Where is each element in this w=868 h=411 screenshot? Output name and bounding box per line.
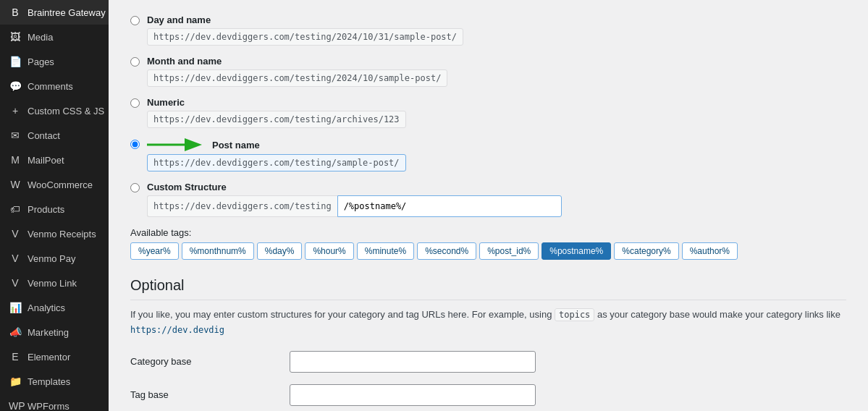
label-wrap-day-and-name: Day and namehttps://dev.devdiggers.com/t… bbox=[147, 14, 463, 46]
sidebar-item-pages[interactable]: 📄Pages bbox=[0, 49, 109, 74]
sidebar-item-analytics[interactable]: 📊Analytics bbox=[0, 295, 109, 320]
permalink-option-day-and-name: Day and namehttps://dev.devdiggers.com/t… bbox=[130, 14, 846, 46]
label-wrap-post-name: Post namehttps://dev.devdiggers.com/test… bbox=[147, 138, 406, 171]
sidebar-item-contact[interactable]: ✉Contact bbox=[0, 123, 109, 148]
tag-btn-year[interactable]: %year% bbox=[130, 242, 179, 260]
tag-btn-author[interactable]: %author% bbox=[682, 242, 738, 260]
optional-title: Optional bbox=[130, 277, 846, 300]
analytics-icon: 📊 bbox=[9, 302, 22, 313]
url-month-and-name: https://dev.devdiggers.com/testing/2024/… bbox=[147, 69, 447, 87]
optional-code-example: topics bbox=[555, 308, 594, 321]
permalink-options: Day and namehttps://dev.devdiggers.com/t… bbox=[130, 14, 846, 217]
sidebar-label-comments: Comments bbox=[28, 81, 73, 92]
sidebar-label-custom-css-js: Custom CSS & JS bbox=[28, 106, 104, 116]
permalink-option-numeric: Numerichttps://dev.devdiggers.com/testin… bbox=[130, 97, 846, 128]
input-tag-base[interactable] bbox=[290, 384, 536, 406]
pages-icon: 📄 bbox=[9, 56, 22, 67]
post-name-arrow-row: Post name bbox=[147, 138, 406, 151]
permalink-option-month-and-name: Month and namehttps://dev.devdiggers.com… bbox=[130, 56, 846, 87]
tag-btn-day[interactable]: %day% bbox=[257, 242, 303, 260]
optional-fields: Category baseTag base bbox=[130, 351, 846, 406]
sidebar-item-products[interactable]: 🏷Products bbox=[0, 197, 109, 221]
sidebar-item-woocommerce[interactable]: WWooCommerce bbox=[0, 172, 109, 197]
sidebar-item-comments[interactable]: 💬Comments bbox=[0, 74, 109, 98]
sidebar-item-venmo-link[interactable]: VVenmo Link bbox=[0, 271, 109, 295]
tag-btn-minute[interactable]: %minute% bbox=[357, 242, 414, 260]
sidebar-item-venmo-pay[interactable]: VVenmo Pay bbox=[0, 246, 109, 271]
tag-btn-category[interactable]: %category% bbox=[614, 242, 678, 260]
form-row-tag-base: Tag base bbox=[130, 384, 846, 406]
sidebar-label-mailpoet: MailPoet bbox=[28, 155, 64, 166]
sidebar-label-analytics: Analytics bbox=[28, 302, 65, 313]
optional-inline-url: https://dev.devdig bbox=[130, 325, 224, 335]
label-day-and-name: Day and name bbox=[147, 14, 211, 25]
tag-btn-second[interactable]: %second% bbox=[417, 242, 476, 260]
input-category-base[interactable] bbox=[290, 351, 536, 373]
tag-btn-hour[interactable]: %hour% bbox=[305, 242, 353, 260]
tags-row: %year%%monthnum%%day%%hour%%minute%%seco… bbox=[130, 242, 846, 260]
sidebar-label-pages: Pages bbox=[28, 56, 54, 67]
label-wrap-month-and-name: Month and namehttps://dev.devdiggers.com… bbox=[147, 56, 447, 87]
tag-btn-post_id[interactable]: %post_id% bbox=[479, 242, 539, 260]
radio-custom-structure[interactable] bbox=[130, 183, 140, 192]
radio-post-name[interactable] bbox=[130, 140, 140, 149]
permalink-option-post-name: Post namehttps://dev.devdiggers.com/test… bbox=[130, 138, 846, 171]
radio-month-and-name[interactable] bbox=[130, 57, 140, 67]
label-month-and-name: Month and name bbox=[147, 56, 222, 67]
sidebar-label-elementor: Elementor bbox=[28, 352, 70, 363]
permalink-option-custom-structure: Custom Structurehttps://dev.devdiggers.c… bbox=[130, 182, 846, 217]
optional-description: If you like, you may enter custom struct… bbox=[130, 308, 846, 338]
wpforms-icon: WP bbox=[9, 400, 22, 411]
custom-structure-wrap: Custom Structurehttps://dev.devdiggers.c… bbox=[147, 182, 562, 217]
sidebar-item-mailpoet[interactable]: MMailPoet bbox=[0, 148, 109, 172]
label-numeric: Numeric bbox=[147, 97, 185, 108]
custom-base-url: https://dev.devdiggers.com/testing bbox=[147, 195, 337, 217]
radio-numeric[interactable] bbox=[130, 98, 140, 108]
sidebar-item-templates[interactable]: 📁Templates bbox=[0, 369, 109, 394]
comments-icon: 💬 bbox=[9, 80, 22, 92]
label-wrap-numeric: Numerichttps://dev.devdiggers.com/testin… bbox=[147, 97, 406, 128]
elementor-icon: E bbox=[9, 351, 22, 363]
optional-section: Optional If you like, you may enter cust… bbox=[130, 277, 846, 406]
url-day-and-name: https://dev.devdiggers.com/testing/2024/… bbox=[147, 28, 463, 46]
sidebar-label-products: Products bbox=[28, 204, 64, 215]
templates-icon: 📁 bbox=[9, 376, 22, 387]
sidebar-item-elementor[interactable]: EElementor bbox=[0, 344, 109, 369]
tag-btn-monthnum[interactable]: %monthnum% bbox=[182, 242, 254, 260]
radio-day-and-name[interactable] bbox=[130, 16, 140, 25]
woocommerce-icon: W bbox=[9, 179, 22, 190]
custom-css-js-icon: + bbox=[9, 105, 22, 116]
url-numeric: https://dev.devdiggers.com/testing/archi… bbox=[147, 111, 406, 128]
sidebar-label-templates: Templates bbox=[28, 376, 70, 387]
sidebar-label-venmo-receipts: Venmo Receipts bbox=[28, 229, 96, 240]
available-tags-label: Available tags: bbox=[130, 227, 846, 238]
media-icon: 🖼 bbox=[9, 31, 22, 43]
sidebar-label-venmo-link: Venmo Link bbox=[28, 278, 77, 289]
main-content: Day and namehttps://dev.devdiggers.com/t… bbox=[109, 0, 868, 411]
venmo-link-icon: V bbox=[9, 277, 22, 289]
sidebar-item-wpforms[interactable]: WPWPForms bbox=[0, 394, 109, 411]
marketing-icon: 📣 bbox=[9, 326, 22, 338]
sidebar-item-custom-css-js[interactable]: +Custom CSS & JS bbox=[0, 98, 109, 123]
sidebar-label-woocommerce: WooCommerce bbox=[28, 179, 93, 190]
products-icon: 🏷 bbox=[9, 203, 22, 215]
tag-btn-postname[interactable]: %postname% bbox=[542, 242, 611, 260]
sidebar: BBraintree Gateway🖼Media📄Pages💬Comments+… bbox=[0, 0, 109, 411]
sidebar-label-braintree-gateway: Braintree Gateway bbox=[28, 7, 106, 18]
form-row-category-base: Category base bbox=[130, 351, 846, 373]
sidebar-item-marketing[interactable]: 📣Marketing bbox=[0, 320, 109, 344]
sidebar-label-wpforms: WPForms bbox=[28, 401, 69, 412]
mailpoet-icon: M bbox=[9, 154, 22, 166]
url-post-name: https://dev.devdiggers.com/testing/sampl… bbox=[147, 154, 406, 171]
green-arrow-icon bbox=[147, 138, 208, 151]
contact-icon: ✉ bbox=[9, 130, 22, 141]
custom-structure-row: https://dev.devdiggers.com/testing bbox=[147, 195, 562, 217]
label-tag-base: Tag base bbox=[130, 389, 275, 400]
sidebar-item-venmo-receipts[interactable]: VVenmo Receipts bbox=[0, 221, 109, 246]
optional-desc-suffix: as your category base would make your ca… bbox=[597, 309, 840, 320]
sidebar-item-braintree-gateway[interactable]: BBraintree Gateway bbox=[0, 0, 109, 25]
sidebar-label-contact: Contact bbox=[28, 130, 60, 141]
sidebar-item-media[interactable]: 🖼Media bbox=[0, 25, 109, 49]
venmo-receipts-icon: V bbox=[9, 228, 22, 240]
custom-structure-input[interactable] bbox=[337, 195, 562, 217]
